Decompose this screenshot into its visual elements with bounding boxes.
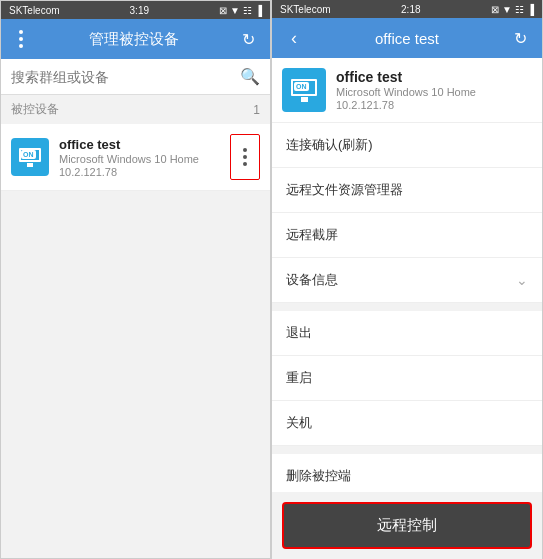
- remote-btn-bar: 远程控制: [272, 492, 542, 559]
- right-refresh-icon[interactable]: ↻: [508, 26, 532, 50]
- left-spacer: [1, 191, 270, 558]
- left-menu-icon[interactable]: [11, 29, 31, 49]
- search-bar: 🔍: [1, 59, 270, 95]
- menu-item-file-manager[interactable]: 远程文件资源管理器: [272, 168, 542, 213]
- right-nav-title: office test: [375, 30, 439, 47]
- device-list: ON office test Microsoft Windows 10 Home…: [1, 124, 270, 191]
- right-nav-bar: ‹ office test ↻: [272, 18, 542, 58]
- menu-item-logout-label: 退出: [286, 324, 312, 342]
- menu-item-restart[interactable]: 重启: [272, 356, 542, 401]
- device-more-button[interactable]: [230, 134, 260, 180]
- menu-item-reconnect[interactable]: 连接确认(刷新): [272, 123, 542, 168]
- remote-control-button[interactable]: 远程控制: [282, 502, 532, 549]
- menu-spacer-1: [272, 303, 542, 311]
- section-label: 被控设备: [11, 101, 59, 118]
- detail-device-header: ON office test Microsoft Windows 10 Home…: [272, 58, 542, 123]
- section-count: 1: [253, 103, 260, 117]
- right-time: 2:18: [401, 4, 420, 15]
- menu-item-file-manager-label: 远程文件资源管理器: [286, 181, 403, 199]
- left-refresh-icon[interactable]: ↻: [236, 27, 260, 51]
- menu-item-device-info-label: 设备信息: [286, 271, 338, 289]
- menu-item-delete-label: 删除被控端: [286, 467, 351, 485]
- device-ip: 10.2.121.78: [59, 166, 230, 178]
- detail-device-os: Microsoft Windows 10 Home: [336, 86, 476, 98]
- detail-on-badge: ON: [294, 82, 309, 91]
- menu-item-shutdown-label: 关机: [286, 414, 312, 432]
- menu-item-restart-label: 重启: [286, 369, 312, 387]
- right-status-icons: ⊠ ▼ ☷ ▐: [491, 4, 534, 15]
- left-nav-title: 管理被控设备: [89, 30, 179, 49]
- menu-item-screenshot[interactable]: 远程截屏: [272, 213, 542, 258]
- device-item[interactable]: ON office test Microsoft Windows 10 Home…: [1, 124, 270, 191]
- left-time: 3:19: [130, 5, 149, 16]
- device-info: office test Microsoft Windows 10 Home 10…: [59, 137, 230, 178]
- left-status-icons: ⊠ ▼ ☷ ▐: [219, 5, 262, 16]
- left-nav-bar: 管理被控设备 ↻: [1, 19, 270, 59]
- menu-item-reconnect-label: 连接确认(刷新): [286, 136, 373, 154]
- device-name: office test: [59, 137, 230, 152]
- menu-list: 连接确认(刷新) 远程文件资源管理器 远程截屏 设备信息 ⌄ 退出 重启 关机 …: [272, 123, 542, 492]
- detail-device-info: office test Microsoft Windows 10 Home 10…: [336, 69, 476, 111]
- detail-device-ip: 10.2.121.78: [336, 99, 476, 111]
- chevron-down-icon: ⌄: [516, 272, 528, 288]
- menu-item-logout[interactable]: 退出: [272, 311, 542, 356]
- detail-device-name: office test: [336, 69, 476, 85]
- detail-device-status-icon: ON: [282, 68, 326, 112]
- on-badge: ON: [21, 150, 36, 159]
- left-status-bar: SKTelecom 3:19 ⊠ ▼ ☷ ▐: [1, 1, 270, 19]
- menu-item-delete[interactable]: 删除被控端: [272, 454, 542, 492]
- left-carrier: SKTelecom: [9, 5, 60, 16]
- section-header: 被控设备 1: [1, 95, 270, 124]
- menu-spacer-2: [272, 446, 542, 454]
- menu-item-device-info[interactable]: 设备信息 ⌄: [272, 258, 542, 303]
- menu-item-screenshot-label: 远程截屏: [286, 226, 338, 244]
- device-status-icon: ON: [11, 138, 49, 176]
- search-icon[interactable]: 🔍: [240, 67, 260, 86]
- right-phone-panel: SKTelecom 2:18 ⊠ ▼ ☷ ▐ ‹ office test ↻ O…: [271, 0, 543, 559]
- back-button[interactable]: ‹: [282, 26, 306, 50]
- search-input[interactable]: [11, 69, 240, 85]
- device-os: Microsoft Windows 10 Home: [59, 153, 230, 165]
- menu-item-shutdown[interactable]: 关机: [272, 401, 542, 446]
- left-phone-panel: SKTelecom 3:19 ⊠ ▼ ☷ ▐ 管理被控设备 ↻ 🔍 被控设备 1: [0, 0, 271, 559]
- right-status-bar: SKTelecom 2:18 ⊠ ▼ ☷ ▐: [272, 0, 542, 18]
- right-carrier: SKTelecom: [280, 4, 331, 15]
